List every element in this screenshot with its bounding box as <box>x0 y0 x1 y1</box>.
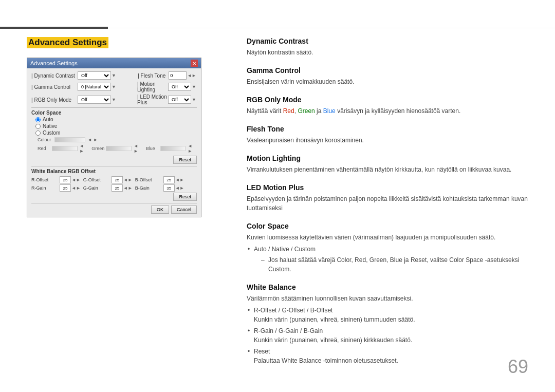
divider-1 <box>31 107 197 108</box>
wb-label-b-offset: B-Offset <box>135 177 163 182</box>
color-sliders: Colour ◄ ► Red ◄ ► Green ◄ ► Blue ◄ ► <box>31 137 197 154</box>
sub-bullet-custom: Jos haluat säätää värejä Color, Red, Gre… <box>254 255 528 274</box>
link-native: Native <box>272 246 289 253</box>
top-decorative-lines <box>0 27 555 29</box>
link-auto: Auto <box>254 246 267 253</box>
link-green: Green <box>298 107 314 115</box>
title-led-motion-plus: LED Motion Plus <box>247 183 528 192</box>
desc-led-motion-plus: Epäselvyyden ja tärinän poistaminen palj… <box>247 194 528 213</box>
wb-value-g-offset: 25 <box>112 176 123 183</box>
reset-btn-row-cs: Reset <box>31 156 197 164</box>
desc-color-space: Kuvien luomisessa käytettävien värien (v… <box>247 233 528 242</box>
link-custom-cs: Custom <box>268 266 289 273</box>
radio-custom-input[interactable] <box>35 130 41 136</box>
desc-flesh-tone: Vaaleanpunaisen ihonsävyn korostaminen. <box>247 136 528 145</box>
arrow-green: ◄ ► <box>134 143 142 154</box>
bullet-reset-wb: Reset Palauttaa White Balance -toiminnon… <box>247 347 528 365</box>
link-blue: Blue <box>323 107 336 115</box>
dialog-body: | Dynamic Contrast Off ▼ | Flesh Tone ◄►… <box>27 68 201 217</box>
link-g-gain: G-Gain <box>279 327 299 334</box>
ok-button[interactable]: OK <box>151 206 169 214</box>
title-motion-lighting: Motion Lighting <box>247 154 528 162</box>
entry-led-motion-plus: LED Motion Plus Epäselvyyden ja tärinän … <box>247 183 528 213</box>
section-title: Advanced Settings <box>27 37 108 48</box>
dialog-row-1: | Dynamic Contrast Off ▼ | Flesh Tone ◄► <box>31 71 197 80</box>
left-panel: Advanced Settings Advanced Settings ✕ | … <box>27 37 222 217</box>
dialog-close-button[interactable]: ✕ <box>191 60 198 67</box>
title-rgb-only-mode: RGB Only Mode <box>247 96 528 104</box>
reset-button-cs[interactable]: Reset <box>173 156 197 164</box>
entry-rgb-only-mode: RGB Only Mode Näyttää värit Red, Green j… <box>247 96 528 116</box>
wb-section: R-Offset 25 ◄► G-Offset 25 ◄► B-Offset 2… <box>31 176 197 201</box>
divider-2 <box>31 166 197 166</box>
desc-motion-lighting: Virrankulutuksen pienentäminen vähentämä… <box>247 165 528 174</box>
select-gamma-control[interactable]: 0 [Natural] <box>78 83 111 91</box>
desc-rgb-only-mode: Näyttää värit Red, Green ja Blue värisäv… <box>247 106 528 116</box>
arrow-g-offset: ◄► <box>123 177 133 182</box>
slider-colour-label: Colour <box>38 137 53 142</box>
slider-green-label: Green <box>91 146 104 151</box>
link-reset-cs: Reset <box>411 256 427 264</box>
link-blue-cs: Blue <box>390 256 402 264</box>
wb-value-b-offset: 25 <box>163 176 175 183</box>
bullet-auto-native-custom: Auto / Native / Custom Jos haluat säätää… <box>247 245 528 274</box>
link-b-offset: B-Offset <box>310 307 333 314</box>
dialog-row-2: | Gamma Control 0 [Natural] ▼ | Motion L… <box>31 81 197 92</box>
link-colorspace-cs: Color Space <box>449 256 483 264</box>
slider-colour: Colour ◄ ► <box>38 137 197 142</box>
link-white-balance-wb: White Balance <box>282 357 321 364</box>
link-color: Color <box>337 256 351 264</box>
wb-section-label: White Balance RGB Offset <box>31 169 197 174</box>
title-white-balance: White Balance <box>247 283 528 291</box>
arrow-3: ▼ <box>112 97 116 102</box>
label-flesh-tone: | Flesh Tone <box>138 73 169 79</box>
title-dynamic-contrast: Dynamic Contrast <box>247 37 528 45</box>
arrow-1: ▼ <box>112 73 116 78</box>
wb-label-r-offset: R-Offset <box>31 177 60 182</box>
arrow-lm: ▼ <box>192 97 196 102</box>
radio-native-input[interactable] <box>35 124 41 129</box>
arrow-g-gain: ◄► <box>123 185 133 191</box>
title-flesh-tone: Flesh Tone <box>247 125 528 133</box>
bullet-list-color-space: Auto / Native / Custom Jos haluat säätää… <box>247 245 528 274</box>
wb-value-r-gain: 25 <box>60 184 71 192</box>
reset-button-wb[interactable]: Reset <box>173 193 197 201</box>
desc-white-balance: Värilämmön säätäminen luonnollisen kuvan… <box>247 294 528 303</box>
color-space-section-label: Color Space <box>31 110 197 116</box>
link-r-offset: R-Offset <box>254 307 276 314</box>
page-number: 69 <box>508 356 528 378</box>
link-b-gain: B-Gain <box>304 327 323 334</box>
arrow-r-offset: ◄► <box>71 177 81 182</box>
top-line-light <box>108 28 555 28</box>
label-led-motion: | LED Motion Plus <box>137 94 168 105</box>
slider-red-bar <box>52 146 78 151</box>
arrow-2: ▼ <box>112 84 116 89</box>
desc-gamma-control: Ensisijaisen värin voimakkuuden säätö. <box>247 77 528 86</box>
label-dynamic-contrast: | Dynamic Contrast <box>31 73 78 79</box>
wb-label-g-gain: G-Gain <box>83 185 112 191</box>
link-custom: Custom <box>294 246 316 253</box>
link-r-gain: R-Gain <box>254 327 273 334</box>
entry-flesh-tone: Flesh Tone Vaaleanpunaisen ihonsävyn kor… <box>247 125 528 145</box>
select-rgb-only[interactable]: Off <box>78 96 111 104</box>
wb-label-g-offset: G-Offset <box>83 177 112 182</box>
cancel-button[interactable]: Cancel <box>171 206 197 214</box>
input-flesh-tone[interactable] <box>169 71 187 80</box>
wb-row-offset: R-Offset 25 ◄► G-Offset 25 ◄► B-Offset 2… <box>31 176 197 183</box>
arrow-blue: ◄ ► <box>188 143 196 154</box>
title-color-space: Color Space <box>247 222 528 230</box>
arrow-b-offset: ◄► <box>175 177 184 182</box>
slider-red: Red ◄ ► Green ◄ ► Blue ◄ ► <box>38 143 197 154</box>
wb-value-g-gain: 25 <box>112 184 123 192</box>
select-motion-lighting[interactable]: Off <box>168 83 191 91</box>
select-dynamic-contrast[interactable]: Off <box>78 71 111 80</box>
radio-custom: Custom <box>35 130 197 136</box>
desc-dynamic-contrast: Näytön kontrastin säätö. <box>247 48 528 57</box>
dialog-title: Advanced Settings <box>30 60 78 66</box>
dialog-titlebar: Advanced Settings ✕ <box>27 58 201 68</box>
entry-color-space: Color Space Kuvien luomisessa käytettävi… <box>247 222 528 274</box>
radio-auto-input[interactable] <box>35 117 41 122</box>
wb-label-r-gain: R-Gain <box>31 185 60 191</box>
slider-colour-bar <box>54 137 85 142</box>
select-led-motion[interactable]: Off <box>168 96 191 104</box>
